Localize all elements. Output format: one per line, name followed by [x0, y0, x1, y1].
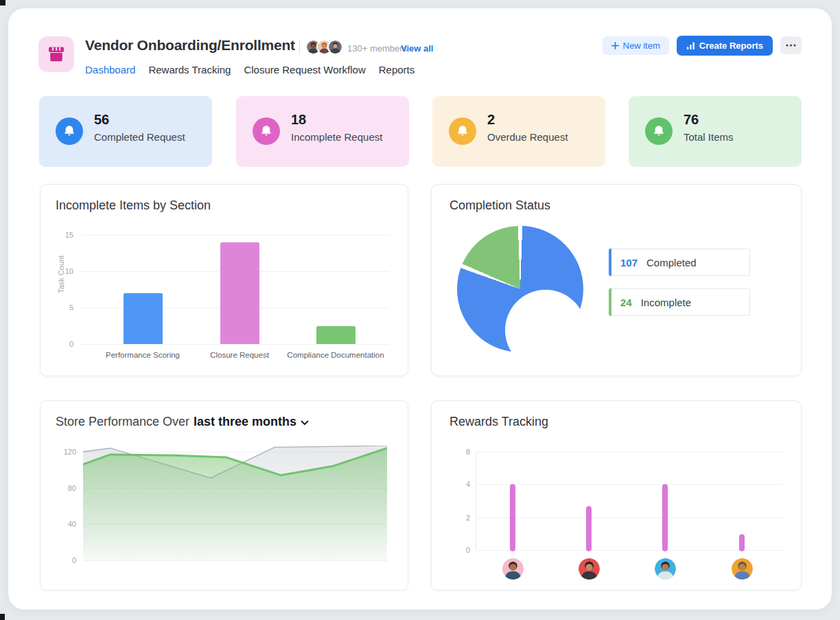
gridline — [476, 550, 783, 551]
stat-card-incomplete: 18 Incomplete Request — [236, 96, 409, 167]
chart-title-text: Store Performance Over — [56, 415, 189, 428]
legend-value: 24 — [620, 297, 632, 308]
stat-card-total: 76 Total Items — [629, 96, 802, 167]
y-tick: 8 — [447, 448, 470, 456]
store-performance-card: Store Performance Overlast three months … — [40, 400, 408, 590]
stat-label: Total Items — [684, 131, 734, 143]
tab-dashboard[interactable]: Dashboard — [85, 64, 135, 76]
member-avatar — [327, 39, 343, 55]
bell-icon — [449, 117, 476, 145]
stat-label: Incomplete Request — [291, 131, 382, 143]
header-divider — [299, 41, 300, 54]
legend-label: Completed — [646, 257, 697, 268]
stat-card-overdue: 2 Overdue Request — [432, 96, 605, 167]
rewards-tracking-card: Rewards Tracking 8420 — [431, 400, 802, 590]
legend-color-bar — [609, 249, 611, 276]
x-category-label: Performance Scoring — [88, 351, 198, 359]
gridline — [80, 344, 389, 345]
donut-hole — [505, 290, 586, 371]
y-axis-line — [476, 452, 476, 550]
y-tick: 0 — [53, 556, 76, 564]
y-tick: 120 — [53, 448, 76, 456]
bell-icon — [253, 117, 280, 145]
x-category-label: Compliance Documentation — [281, 351, 390, 359]
tab-rewards-tracking[interactable]: Rewards Tracking — [148, 64, 231, 76]
legend-value: 107 — [620, 257, 638, 268]
person-avatar — [579, 558, 600, 579]
gridline — [476, 452, 783, 452]
screen-corner-artifact — [0, 614, 5, 620]
incomplete-items-chart-card: Incomplete Items by Section Task Count 1… — [40, 184, 408, 376]
stat-value: 56 — [94, 112, 109, 128]
new-item-button[interactable]: New item — [603, 36, 669, 55]
bar — [510, 484, 515, 551]
y-tick: 10 — [50, 267, 73, 275]
bar — [220, 242, 259, 344]
y-tick: 15 — [50, 231, 73, 239]
period-selector[interactable]: last three months — [194, 415, 296, 428]
stat-value: 2 — [487, 112, 495, 128]
chart-title: Rewards Tracking — [450, 415, 548, 429]
gridline — [476, 484, 783, 485]
chart-title: Store Performance Overlast three months — [56, 415, 309, 429]
view-all-link[interactable]: View all — [401, 43, 433, 54]
y-tick: 4 — [447, 480, 470, 488]
members-count: 130+ members — [347, 43, 407, 54]
chevron-down-icon[interactable] — [301, 415, 309, 429]
tab-reports[interactable]: Reports — [379, 64, 415, 76]
y-tick: 5 — [50, 303, 73, 312]
bell-icon — [56, 117, 83, 145]
gridline — [80, 235, 389, 236]
gridline — [83, 560, 387, 561]
legend-color-bar — [609, 288, 611, 316]
y-tick: 40 — [53, 520, 76, 528]
board-tabs: Dashboard Rewards Tracking Closure Reque… — [85, 64, 415, 76]
donut-chart — [457, 226, 583, 352]
bar — [586, 506, 592, 551]
legend-label: Incomplete — [641, 297, 691, 308]
chart-title: Completion Status — [450, 198, 550, 213]
stat-card-completed: 56 Completed Request — [39, 96, 212, 167]
bar — [662, 484, 668, 551]
ellipsis-icon — [786, 44, 796, 47]
tab-closure-request-workflow[interactable]: Closure Request Workflow — [244, 64, 365, 76]
stat-label: Completed Request — [94, 131, 185, 143]
create-reports-button[interactable]: Create Reports — [677, 36, 773, 56]
bell-icon — [645, 117, 673, 145]
bar-chart-icon — [686, 41, 695, 50]
page-title: Vendor Onboarding/Enrollment — [85, 37, 295, 54]
completion-status-card: Completion Status 107 Completed 24 Incom… — [431, 184, 802, 376]
chart-title: Incomplete Items by Section — [56, 198, 211, 213]
more-options-button[interactable] — [780, 36, 802, 54]
area-chart-svg — [83, 446, 387, 560]
legend-incomplete: 24 Incomplete — [609, 288, 750, 316]
bar — [739, 534, 745, 552]
gridline — [476, 518, 783, 518]
plus-icon — [611, 42, 619, 49]
x-category-label: Closure Request — [185, 351, 294, 359]
store-icon — [38, 36, 74, 72]
member-avatars[interactable] — [305, 39, 343, 55]
stat-value: 18 — [291, 112, 306, 128]
stat-label: Overdue Request — [487, 131, 568, 143]
person-avatar — [732, 558, 753, 579]
bar — [316, 326, 355, 345]
header-actions: New item Create Reports — [603, 34, 802, 56]
screen-corner-artifact — [0, 0, 5, 5]
y-tick: 0 — [447, 546, 470, 554]
person-avatar — [502, 558, 524, 579]
y-tick: 0 — [50, 340, 73, 348]
bar — [124, 293, 163, 344]
legend-completed: 107 Completed — [609, 249, 750, 276]
person-avatar — [655, 558, 676, 579]
y-tick: 2 — [447, 514, 470, 522]
y-tick: 80 — [53, 484, 76, 492]
dashboard-window: Vendor Onboarding/Enrollment 130+ member… — [8, 8, 832, 610]
stat-value: 76 — [684, 112, 699, 128]
